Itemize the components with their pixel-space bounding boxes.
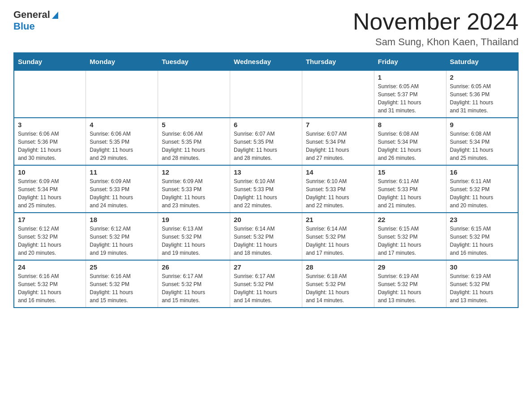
table-row: 30Sunrise: 6:19 AM Sunset: 5:32 PM Dayli… [446, 260, 518, 308]
day-number: 9 [450, 121, 514, 128]
day-info: Sunrise: 6:17 AM Sunset: 5:32 PM Dayligh… [162, 272, 226, 304]
subtitle: Sam Sung, Khon Kaen, Thailand [353, 36, 519, 48]
day-info: Sunrise: 6:09 AM Sunset: 5:33 PM Dayligh… [162, 177, 226, 210]
table-row: 9Sunrise: 6:08 AM Sunset: 5:34 PM Daylig… [446, 118, 518, 165]
col-thursday: Thursday [302, 53, 374, 70]
table-row: 21Sunrise: 6:14 AM Sunset: 5:32 PM Dayli… [302, 213, 374, 260]
table-row: 27Sunrise: 6:17 AM Sunset: 5:32 PM Dayli… [230, 260, 302, 308]
table-row: 12Sunrise: 6:09 AM Sunset: 5:33 PM Dayli… [158, 165, 230, 213]
day-number: 6 [234, 121, 298, 128]
table-row: 7Sunrise: 6:07 AM Sunset: 5:34 PM Daylig… [302, 118, 374, 165]
day-number: 22 [378, 216, 442, 223]
day-info: Sunrise: 6:13 AM Sunset: 5:32 PM Dayligh… [162, 225, 226, 257]
logo-line2: Blue [13, 21, 35, 32]
day-info: Sunrise: 6:08 AM Sunset: 5:34 PM Dayligh… [450, 130, 514, 162]
day-number: 12 [162, 168, 226, 176]
table-row: 18Sunrise: 6:12 AM Sunset: 5:32 PM Dayli… [86, 213, 158, 260]
table-row: 6Sunrise: 6:07 AM Sunset: 5:35 PM Daylig… [230, 118, 302, 165]
day-number: 28 [306, 263, 370, 271]
day-number: 1 [378, 73, 442, 81]
day-number: 3 [18, 121, 82, 128]
calendar-week-row: 1Sunrise: 6:05 AM Sunset: 5:37 PM Daylig… [14, 70, 518, 118]
day-info: Sunrise: 6:11 AM Sunset: 5:33 PM Dayligh… [378, 177, 442, 210]
day-info: Sunrise: 6:07 AM Sunset: 5:35 PM Dayligh… [234, 130, 298, 162]
table-row: 14Sunrise: 6:10 AM Sunset: 5:33 PM Dayli… [302, 165, 374, 213]
day-number: 26 [162, 263, 226, 271]
table-row: 11Sunrise: 6:09 AM Sunset: 5:33 PM Dayli… [86, 165, 158, 213]
table-row: 29Sunrise: 6:19 AM Sunset: 5:32 PM Dayli… [374, 260, 446, 308]
table-row: 26Sunrise: 6:17 AM Sunset: 5:32 PM Dayli… [158, 260, 230, 308]
calendar-week-row: 3Sunrise: 6:06 AM Sunset: 5:36 PM Daylig… [14, 118, 518, 165]
table-row: 22Sunrise: 6:15 AM Sunset: 5:32 PM Dayli… [374, 213, 446, 260]
table-row: 24Sunrise: 6:16 AM Sunset: 5:32 PM Dayli… [14, 260, 86, 308]
day-number: 19 [162, 216, 226, 223]
col-wednesday: Wednesday [230, 53, 302, 70]
col-saturday: Saturday [446, 53, 518, 70]
day-info: Sunrise: 6:11 AM Sunset: 5:32 PM Dayligh… [450, 177, 514, 210]
main-title: November 2024 [353, 9, 519, 34]
logo-arrow-icon [52, 12, 58, 19]
col-friday: Friday [374, 53, 446, 70]
table-row [230, 70, 302, 118]
table-row: 10Sunrise: 6:09 AM Sunset: 5:34 PM Dayli… [14, 165, 86, 213]
day-number: 17 [18, 216, 82, 223]
table-row: 13Sunrise: 6:10 AM Sunset: 5:33 PM Dayli… [230, 165, 302, 213]
table-row: 16Sunrise: 6:11 AM Sunset: 5:32 PM Dayli… [446, 165, 518, 213]
table-row: 15Sunrise: 6:11 AM Sunset: 5:33 PM Dayli… [374, 165, 446, 213]
day-number: 4 [90, 121, 154, 128]
day-info: Sunrise: 6:15 AM Sunset: 5:32 PM Dayligh… [378, 225, 442, 257]
day-info: Sunrise: 6:19 AM Sunset: 5:32 PM Dayligh… [450, 272, 514, 304]
table-row [86, 70, 158, 118]
day-number: 11 [90, 168, 154, 176]
day-info: Sunrise: 6:06 AM Sunset: 5:35 PM Dayligh… [162, 130, 226, 162]
day-info: Sunrise: 6:15 AM Sunset: 5:32 PM Dayligh… [450, 225, 514, 257]
day-number: 13 [234, 168, 298, 176]
table-row [158, 70, 230, 118]
calendar-header-row: Sunday Monday Tuesday Wednesday Thursday… [14, 53, 518, 70]
day-number: 10 [18, 168, 82, 176]
table-row: 28Sunrise: 6:18 AM Sunset: 5:32 PM Dayli… [302, 260, 374, 308]
table-row: 8Sunrise: 6:08 AM Sunset: 5:34 PM Daylig… [374, 118, 446, 165]
title-block: November 2024 Sam Sung, Khon Kaen, Thail… [353, 9, 519, 48]
day-info: Sunrise: 6:16 AM Sunset: 5:32 PM Dayligh… [90, 272, 154, 304]
day-info: Sunrise: 6:07 AM Sunset: 5:34 PM Dayligh… [306, 130, 370, 162]
day-number: 23 [450, 216, 514, 223]
col-tuesday: Tuesday [158, 53, 230, 70]
table-row: 17Sunrise: 6:12 AM Sunset: 5:32 PM Dayli… [14, 213, 86, 260]
day-info: Sunrise: 6:09 AM Sunset: 5:34 PM Dayligh… [18, 177, 82, 210]
table-row [302, 70, 374, 118]
logo-general-text: General [13, 9, 50, 20]
day-number: 5 [162, 121, 226, 128]
day-number: 25 [90, 263, 154, 271]
day-number: 21 [306, 216, 370, 223]
day-info: Sunrise: 6:05 AM Sunset: 5:36 PM Dayligh… [450, 82, 514, 115]
col-sunday: Sunday [14, 53, 86, 70]
day-info: Sunrise: 6:06 AM Sunset: 5:35 PM Dayligh… [90, 130, 154, 162]
day-number: 30 [450, 263, 514, 271]
calendar-week-row: 24Sunrise: 6:16 AM Sunset: 5:32 PM Dayli… [14, 260, 518, 308]
day-info: Sunrise: 6:14 AM Sunset: 5:32 PM Dayligh… [306, 225, 370, 257]
day-number: 29 [378, 263, 442, 271]
day-number: 18 [90, 216, 154, 223]
day-info: Sunrise: 6:12 AM Sunset: 5:32 PM Dayligh… [18, 225, 82, 257]
day-number: 15 [378, 168, 442, 176]
col-monday: Monday [86, 53, 158, 70]
day-number: 2 [450, 73, 514, 81]
day-number: 16 [450, 168, 514, 176]
table-row: 5Sunrise: 6:06 AM Sunset: 5:35 PM Daylig… [158, 118, 230, 165]
day-info: Sunrise: 6:12 AM Sunset: 5:32 PM Dayligh… [90, 225, 154, 257]
calendar-table: Sunday Monday Tuesday Wednesday Thursday… [13, 52, 519, 308]
day-number: 7 [306, 121, 370, 128]
table-row [14, 70, 86, 118]
calendar-week-row: 17Sunrise: 6:12 AM Sunset: 5:32 PM Dayli… [14, 213, 518, 260]
day-info: Sunrise: 6:10 AM Sunset: 5:33 PM Dayligh… [306, 177, 370, 210]
table-row: 2Sunrise: 6:05 AM Sunset: 5:36 PM Daylig… [446, 70, 518, 118]
day-info: Sunrise: 6:06 AM Sunset: 5:36 PM Dayligh… [18, 130, 82, 162]
page-header: General Blue November 2024 Sam Sung, Kho… [13, 9, 519, 48]
day-info: Sunrise: 6:10 AM Sunset: 5:33 PM Dayligh… [234, 177, 298, 210]
logo-line1: General [13, 9, 58, 21]
table-row: 1Sunrise: 6:05 AM Sunset: 5:37 PM Daylig… [374, 70, 446, 118]
day-info: Sunrise: 6:09 AM Sunset: 5:33 PM Dayligh… [90, 177, 154, 210]
logo: General Blue [13, 9, 58, 33]
day-number: 27 [234, 263, 298, 271]
